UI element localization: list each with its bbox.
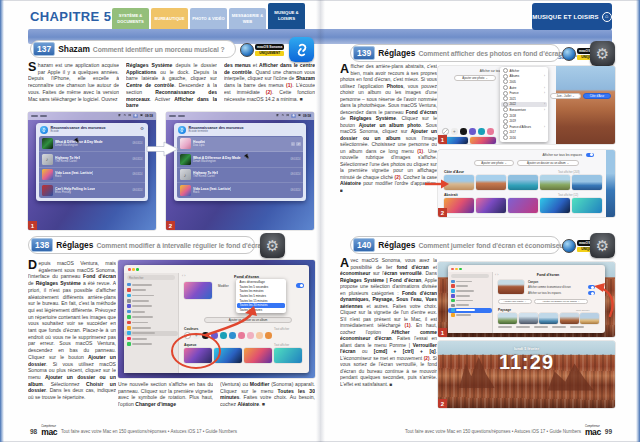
wallpaper-thumbnail[interactable] — [274, 348, 302, 363]
sonoma-logo-icon — [240, 43, 254, 57]
tab-bureautique: BUREAUTIQUE — [151, 8, 188, 29]
add-folder-button[interactable]: Ajouter un dossier ou un album⌄ — [517, 160, 579, 166]
month-filter-chip[interactable]: Juin - Juillet⌄ — [550, 93, 581, 99]
color-swatch[interactable] — [202, 332, 209, 339]
label-bar — [456, 314, 471, 316]
wallpaper-thumbnail[interactable] — [540, 198, 570, 213]
menu-item[interactable]: 2021 — [501, 96, 547, 102]
song-row[interactable]: Vida Loca (feat. Lartiste)Rock09/03/24 — [39, 168, 145, 184]
show-all-link[interactable]: Tout afficher (203) — [558, 171, 580, 174]
label-bar — [456, 281, 472, 283]
color-swatch[interactable] — [469, 128, 476, 135]
add-folder-button[interactable]: Ajouter un dossier ou un album — [204, 317, 292, 323]
color-swatch[interactable] — [220, 332, 227, 339]
color-swatch-auto[interactable] — [184, 332, 191, 339]
song-artist: The Remix Cartel — [55, 160, 80, 163]
photo-thumbnail[interactable] — [572, 175, 602, 190]
current-wallpaper-preview[interactable] — [184, 282, 212, 299]
album-art — [180, 185, 191, 196]
page-number-right: 99 — [605, 428, 612, 435]
menu-item[interactable]: 2016 — [501, 135, 547, 141]
gear-icon[interactable]: ⚙ — [140, 127, 144, 132]
toggle-switch[interactable] — [296, 283, 304, 288]
color-swatch[interactable] — [460, 128, 467, 135]
settings-app-icon: ⚙ — [590, 233, 615, 258]
bluetooth-icon[interactable]: ◧ — [118, 114, 121, 117]
song-row[interactable]: What A Difference A Day MadeDinah Washin… — [177, 152, 303, 168]
color-swatch[interactable] — [256, 332, 263, 339]
wallpaper-thumbnail[interactable] — [560, 313, 579, 324]
control-center-icon[interactable]: ▣ — [140, 114, 143, 117]
wallpaper-thumbnail[interactable] — [184, 348, 212, 363]
window-controls[interactable] — [451, 268, 462, 271]
share-icon[interactable]: ↗ — [296, 142, 300, 146]
screensaver-toggle[interactable] — [588, 285, 595, 289]
color-swatch[interactable] — [247, 332, 254, 339]
wallpaper-thumbnail[interactable] — [519, 313, 538, 324]
button-label: Ajouter un dossier ou un album — [542, 300, 577, 303]
add-folder-button[interactable]: Ajouter un dossier ou un album⌄ — [534, 299, 588, 304]
sidebar-item[interactable] — [124, 325, 178, 330]
control-center-icon[interactable]: ▣ — [298, 114, 301, 117]
color-swatch[interactable] — [265, 332, 272, 339]
color-swatch[interactable] — [229, 332, 236, 339]
menu-item[interactable]: Toutes les heures — [237, 308, 285, 313]
all-spaces-toggle[interactable] — [586, 153, 594, 158]
sidebar-item[interactable] — [448, 313, 492, 318]
wallpaper-thumbnail[interactable] — [244, 348, 272, 363]
song-row[interactable]: Vida Loca (feat. Lartiste)Rock09/03/24 — [177, 183, 303, 198]
bluetooth-icon[interactable]: ◧ — [276, 114, 279, 117]
settings-sidebar: Rechercher — [124, 273, 179, 373]
wallpaper-thumbnail[interactable] — [580, 313, 599, 324]
song-row[interactable]: Can't Help Falling In LoveElvis Presley0… — [39, 183, 145, 198]
show-all-link[interactable]: Tout afficher — [274, 327, 289, 331]
text-column-2: Réglages Système depuis le dossier Appli… — [126, 62, 217, 109]
app-icon — [127, 321, 131, 325]
add-color-button[interactable]: + — [193, 332, 200, 339]
article-139-column: Afficher des arrière-plans abstraits, c'… — [340, 64, 437, 231]
wallpaper-thumbnail[interactable] — [572, 198, 602, 213]
shazam-menubar-icon[interactable]: ◉ — [291, 114, 295, 118]
show-all-link[interactable]: Tout afficher (12) — [558, 194, 578, 197]
song-row-recognized[interactable]: HoudiniDua Lipa♪↗ — [177, 137, 303, 153]
song-artist: Elvis Presley — [55, 191, 95, 194]
color-swatch[interactable] — [478, 128, 485, 135]
wallpaper-thumbnail[interactable] — [214, 348, 242, 363]
song-row[interactable]: ♪Highway To HellThe Remix Cartel09/03/24 — [39, 152, 145, 168]
sidebar-item[interactable] — [124, 341, 178, 346]
add-color-button[interactable]: + — [451, 128, 458, 135]
search-input[interactable]: Rechercher — [127, 275, 175, 280]
song-row[interactable]: What A Difference A Day MadeDinah Washin… — [39, 137, 145, 153]
show-all-link[interactable]: Tout afficher — [274, 343, 289, 347]
wallpaper-thumbnail[interactable] — [476, 198, 506, 213]
shazam-menubar-icon[interactable]: ◉ — [133, 114, 137, 118]
add-photo-button[interactable]: Ajouter une photo⌄ — [498, 299, 532, 304]
wallpaper-thumbnail[interactable] — [470, 137, 496, 144]
color-swatch-auto[interactable] — [442, 128, 449, 135]
album-chip-selected[interactable]: Côte d'Azur — [583, 93, 611, 99]
color-swatch[interactable] — [238, 332, 245, 339]
wifi-icon[interactable]: ≋ — [124, 114, 127, 117]
search-input[interactable] — [451, 274, 489, 278]
all-spaces-toggle[interactable] — [588, 291, 595, 295]
wallpaper-thumbnail[interactable] — [444, 198, 474, 213]
wallpaper-thumbnail[interactable] — [539, 313, 558, 324]
caption-bar — [516, 326, 530, 328]
photo-thumbnail[interactable] — [540, 175, 570, 190]
color-swatch[interactable] — [487, 128, 494, 135]
current-wallpaper-preview[interactable] — [498, 280, 524, 294]
wallpaper-thumbnail[interactable] — [508, 198, 538, 213]
app-icon — [127, 294, 131, 298]
photo-thumbnail[interactable] — [508, 175, 538, 190]
color-swatch[interactable] — [211, 332, 218, 339]
song-row[interactable]: ♪Highway To HellThe Remix Cartel09/03/24 — [177, 168, 303, 184]
wifi-icon[interactable]: ≋ — [282, 114, 285, 117]
window-controls[interactable] — [128, 268, 139, 271]
show-all-link[interactable]: Tout afficher — [576, 309, 590, 312]
wallpaper-thumbnail[interactable] — [498, 313, 517, 324]
add-photo-button[interactable]: Ajouter une photo⌄ — [474, 160, 514, 166]
photo-thumbnail[interactable] — [476, 175, 506, 190]
apple-music-icon[interactable]: ♪ — [291, 142, 295, 146]
add-photo-button[interactable]: Ajouter une photo⌄ — [454, 75, 496, 81]
red-arrow — [424, 179, 450, 189]
